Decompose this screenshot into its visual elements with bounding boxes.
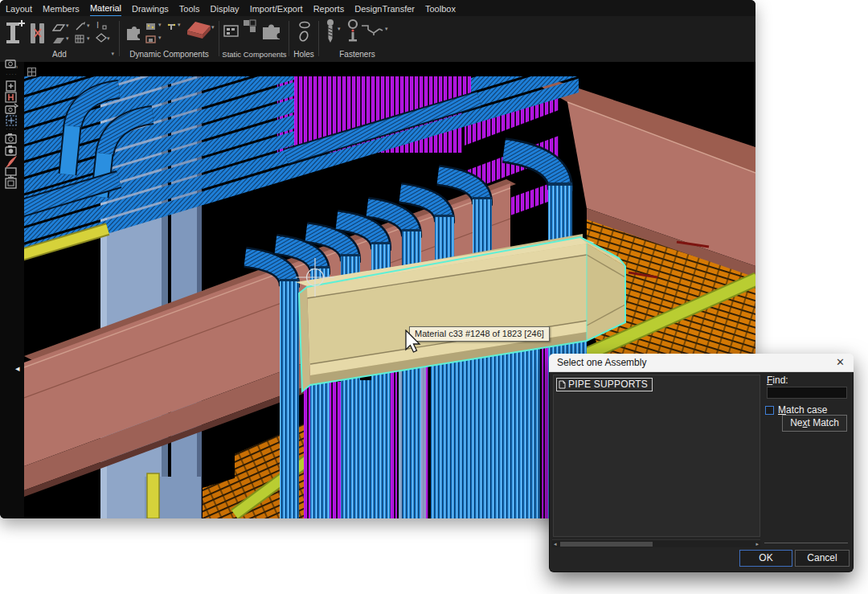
ribbon-group-holes-label: Holes — [291, 50, 317, 59]
add-group-caret[interactable]: ▾ — [111, 51, 114, 57]
ribbon-group-fasteners: ▾ ▾ Fasteners — [321, 16, 393, 62]
add-weld-caret[interactable]: ▾ — [87, 23, 90, 29]
match-case-checkbox[interactable] — [765, 406, 774, 415]
dyn-comp3-caret[interactable]: ▾ — [178, 22, 181, 28]
add-beam-icon[interactable] — [3, 18, 26, 52]
dialog-find-panel: Find: Match case Next Match — [764, 372, 852, 541]
menu-toolbox[interactable]: Toolbox — [425, 1, 456, 16]
list-item-label: PIPE SUPPORTS — [568, 379, 648, 390]
cancel-button[interactable]: Cancel — [795, 550, 850, 567]
find-label: Find: — [767, 375, 788, 386]
match-case-label: Match case — [778, 404, 827, 416]
menu-import-export[interactable]: Import/Export — [250, 1, 303, 16]
menu-layout[interactable]: Layout — [6, 1, 32, 16]
add-shape-icon[interactable] — [95, 32, 108, 47]
dyn-comp2-icon[interactable] — [145, 33, 158, 47]
close-icon[interactable]: ✕ — [836, 356, 845, 368]
dyn-comp3-icon[interactable] — [166, 20, 178, 35]
anchor-bolt-icon[interactable] — [346, 18, 360, 49]
static-puzzle-small-icon[interactable] — [243, 19, 257, 37]
screen: Layout Members Material Drawings Tools D… — [0, 0, 868, 594]
roof-component-icon[interactable] — [186, 19, 213, 43]
scrollbar-thumb[interactable] — [560, 542, 653, 547]
dialog-title: Select one Assembly — [557, 357, 646, 368]
ribbon-group-add: ▾ ▾ I ▾ ▾ ▾ Add ▾ — [2, 16, 117, 62]
menu-material[interactable]: Material — [90, 0, 121, 17]
add-grid-caret[interactable]: ▾ — [87, 35, 90, 42]
add-plate-caret[interactable]: ▾ — [66, 23, 69, 29]
view-mode-icon[interactable]: n — [4, 57, 20, 70]
puzzle-icon[interactable] — [124, 23, 143, 45]
view-corner-icon[interactable] — [27, 68, 36, 76]
menu-reports[interactable]: Reports — [313, 1, 345, 16]
menu-bar: Layout Members Material Drawings Tools D… — [0, 0, 755, 16]
horizontal-scrollbar[interactable]: ◂ ▸ — [552, 539, 760, 547]
ribbon-group-holes: Holes — [291, 16, 317, 62]
model-box-icon[interactable] — [4, 177, 20, 190]
camera-icon[interactable] — [4, 131, 20, 144]
add-shape-caret[interactable]: ▾ — [107, 35, 110, 42]
scroll-right-icon[interactable]: ▸ — [755, 540, 759, 548]
view-toolbar: n ···· ···· ◂ — [0, 62, 24, 518]
roof-component-caret[interactable]: ▾ — [211, 24, 215, 31]
camera-back-icon[interactable] — [4, 102, 20, 115]
add-plate2-icon[interactable] — [51, 34, 66, 48]
document-icon — [559, 380, 566, 389]
find-input[interactable] — [767, 387, 847, 399]
ribbon-group-static-components: Static Components — [222, 16, 287, 62]
menu-designtransfer[interactable]: DesignTransfer — [354, 1, 415, 16]
dialog-body: PIPE SUPPORTS Find: Match case Next Matc… — [549, 372, 854, 572]
match-case-row[interactable]: Match case — [765, 404, 827, 416]
add-plate2-caret[interactable]: ▾ — [66, 35, 69, 42]
hanger-icon[interactable] — [360, 23, 384, 42]
dialog-titlebar[interactable]: Select one Assembly ✕ — [549, 354, 854, 372]
svg-text:I: I — [96, 20, 99, 30]
holes-icon[interactable] — [297, 20, 312, 47]
select-assembly-dialog: Select one Assembly ✕ PIPE SUPPORTS Find… — [549, 354, 854, 572]
hanger-caret[interactable]: ▾ — [385, 26, 388, 32]
scroll-left-icon[interactable]: ◂ — [554, 540, 557, 548]
bolt-icon[interactable] — [325, 18, 336, 47]
next-match-button[interactable]: Next Match — [782, 415, 847, 432]
svg-text:n: n — [15, 64, 18, 69]
ribbon-group-fasteners-label: Fasteners — [321, 50, 393, 59]
mouse-cursor — [404, 330, 422, 355]
toolbar-separator: ···· — [6, 73, 18, 76]
menu-display[interactable]: Display — [211, 1, 240, 16]
menu-drawings[interactable]: Drawings — [132, 1, 169, 16]
component-folder-icon[interactable] — [223, 23, 241, 43]
ribbon-group-dynamic-components: ▾ ▾ ▾ ▾ Dynamic Components — [121, 16, 217, 62]
list-item-pipe-supports[interactable]: PIPE SUPPORTS — [556, 378, 653, 391]
panel-divider — [764, 543, 848, 543]
feather-icon[interactable] — [4, 154, 20, 167]
ribbon-group-dynamic-label: Dynamic Components — [121, 50, 217, 59]
menu-members[interactable]: Members — [43, 1, 80, 16]
bolt-caret[interactable]: ▾ — [338, 26, 341, 32]
collapse-panel-arrow[interactable]: ◂ — [15, 363, 20, 374]
ribbon-group-static-label: Static Components — [222, 50, 287, 59]
ok-button[interactable]: OK — [739, 550, 792, 567]
dyn-comp1-caret[interactable]: ▾ — [158, 22, 162, 28]
dyn-comp2-caret[interactable]: ▾ — [158, 35, 162, 41]
add-column-icon[interactable] — [28, 21, 47, 50]
static-puzzle-icon[interactable] — [260, 19, 283, 45]
add-grid-icon[interactable] — [74, 33, 86, 47]
menu-tools[interactable]: Tools — [179, 1, 200, 16]
assembly-list[interactable]: PIPE SUPPORTS — [553, 375, 760, 537]
ribbon: ▾ ▾ I ▾ ▾ ▾ Add ▾ ▾ — [0, 16, 755, 62]
material-tooltip: Material c33 #1248 of 1823 [246] — [409, 326, 550, 342]
